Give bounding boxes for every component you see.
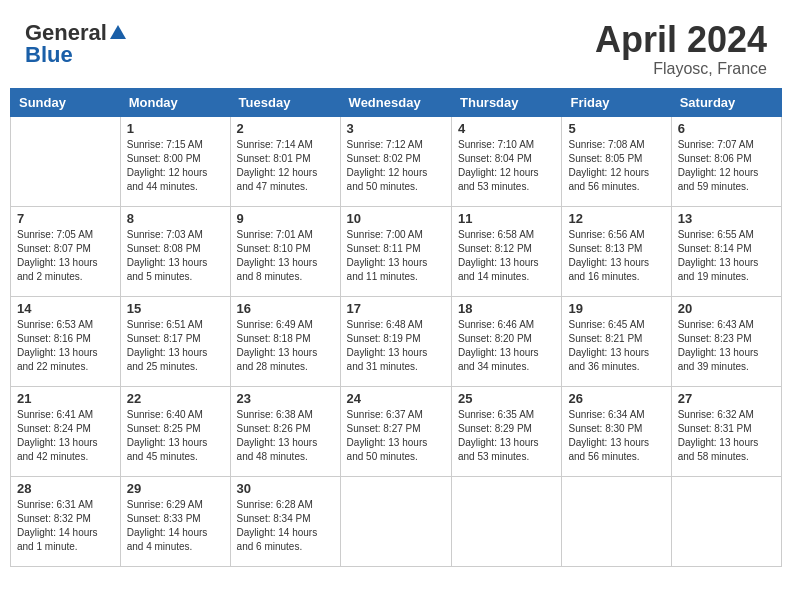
day-number: 24: [347, 391, 445, 406]
day-number: 8: [127, 211, 224, 226]
calendar-day-cell: 12Sunrise: 6:56 AM Sunset: 8:13 PM Dayli…: [562, 206, 671, 296]
calendar-day-cell: 29Sunrise: 6:29 AM Sunset: 8:33 PM Dayli…: [120, 476, 230, 566]
day-info: Sunrise: 7:07 AM Sunset: 8:06 PM Dayligh…: [678, 138, 775, 194]
calendar-day-cell: 18Sunrise: 6:46 AM Sunset: 8:20 PM Dayli…: [452, 296, 562, 386]
svg-marker-0: [110, 25, 126, 39]
day-number: 29: [127, 481, 224, 496]
calendar-day-cell: [671, 476, 781, 566]
calendar-day-cell: 15Sunrise: 6:51 AM Sunset: 8:17 PM Dayli…: [120, 296, 230, 386]
calendar-day-cell: 23Sunrise: 6:38 AM Sunset: 8:26 PM Dayli…: [230, 386, 340, 476]
calendar-day-cell: 20Sunrise: 6:43 AM Sunset: 8:23 PM Dayli…: [671, 296, 781, 386]
calendar-day-cell: 4Sunrise: 7:10 AM Sunset: 8:04 PM Daylig…: [452, 116, 562, 206]
calendar-week-row: 21Sunrise: 6:41 AM Sunset: 8:24 PM Dayli…: [11, 386, 782, 476]
calendar-day-cell: 22Sunrise: 6:40 AM Sunset: 8:25 PM Dayli…: [120, 386, 230, 476]
day-info: Sunrise: 6:31 AM Sunset: 8:32 PM Dayligh…: [17, 498, 114, 554]
day-number: 23: [237, 391, 334, 406]
page-header: General Blue April 2024 Flayosc, France: [10, 10, 782, 83]
logo-triangle-icon: [109, 23, 127, 41]
day-info: Sunrise: 6:28 AM Sunset: 8:34 PM Dayligh…: [237, 498, 334, 554]
day-info: Sunrise: 6:49 AM Sunset: 8:18 PM Dayligh…: [237, 318, 334, 374]
day-number: 1: [127, 121, 224, 136]
calendar-weekday-header: Thursday: [452, 88, 562, 116]
day-number: 12: [568, 211, 664, 226]
calendar-table: SundayMondayTuesdayWednesdayThursdayFrid…: [10, 88, 782, 567]
day-number: 21: [17, 391, 114, 406]
calendar-day-cell: 24Sunrise: 6:37 AM Sunset: 8:27 PM Dayli…: [340, 386, 451, 476]
logo-blue-text: Blue: [25, 42, 73, 68]
day-number: 5: [568, 121, 664, 136]
day-info: Sunrise: 7:12 AM Sunset: 8:02 PM Dayligh…: [347, 138, 445, 194]
day-number: 19: [568, 301, 664, 316]
calendar-day-cell: 17Sunrise: 6:48 AM Sunset: 8:19 PM Dayli…: [340, 296, 451, 386]
day-number: 2: [237, 121, 334, 136]
day-number: 11: [458, 211, 555, 226]
location-subtitle: Flayosc, France: [595, 60, 767, 78]
day-number: 13: [678, 211, 775, 226]
calendar-day-cell: 27Sunrise: 6:32 AM Sunset: 8:31 PM Dayli…: [671, 386, 781, 476]
calendar-day-cell: 2Sunrise: 7:14 AM Sunset: 8:01 PM Daylig…: [230, 116, 340, 206]
day-number: 30: [237, 481, 334, 496]
day-info: Sunrise: 7:14 AM Sunset: 8:01 PM Dayligh…: [237, 138, 334, 194]
day-number: 17: [347, 301, 445, 316]
day-number: 20: [678, 301, 775, 316]
title-section: April 2024 Flayosc, France: [595, 20, 767, 78]
calendar-day-cell: 16Sunrise: 6:49 AM Sunset: 8:18 PM Dayli…: [230, 296, 340, 386]
day-info: Sunrise: 6:43 AM Sunset: 8:23 PM Dayligh…: [678, 318, 775, 374]
calendar-week-row: 28Sunrise: 6:31 AM Sunset: 8:32 PM Dayli…: [11, 476, 782, 566]
calendar-day-cell: 5Sunrise: 7:08 AM Sunset: 8:05 PM Daylig…: [562, 116, 671, 206]
day-info: Sunrise: 6:38 AM Sunset: 8:26 PM Dayligh…: [237, 408, 334, 464]
calendar-day-cell: 6Sunrise: 7:07 AM Sunset: 8:06 PM Daylig…: [671, 116, 781, 206]
day-info: Sunrise: 6:46 AM Sunset: 8:20 PM Dayligh…: [458, 318, 555, 374]
logo: General Blue: [25, 20, 127, 68]
day-info: Sunrise: 6:29 AM Sunset: 8:33 PM Dayligh…: [127, 498, 224, 554]
calendar-week-row: 14Sunrise: 6:53 AM Sunset: 8:16 PM Dayli…: [11, 296, 782, 386]
day-info: Sunrise: 6:53 AM Sunset: 8:16 PM Dayligh…: [17, 318, 114, 374]
day-number: 22: [127, 391, 224, 406]
day-info: Sunrise: 6:34 AM Sunset: 8:30 PM Dayligh…: [568, 408, 664, 464]
day-info: Sunrise: 7:08 AM Sunset: 8:05 PM Dayligh…: [568, 138, 664, 194]
day-info: Sunrise: 6:56 AM Sunset: 8:13 PM Dayligh…: [568, 228, 664, 284]
calendar-day-cell: 3Sunrise: 7:12 AM Sunset: 8:02 PM Daylig…: [340, 116, 451, 206]
day-info: Sunrise: 6:58 AM Sunset: 8:12 PM Dayligh…: [458, 228, 555, 284]
calendar-day-cell: 8Sunrise: 7:03 AM Sunset: 8:08 PM Daylig…: [120, 206, 230, 296]
calendar-day-cell: [562, 476, 671, 566]
day-info: Sunrise: 6:55 AM Sunset: 8:14 PM Dayligh…: [678, 228, 775, 284]
day-number: 28: [17, 481, 114, 496]
calendar-header-row: SundayMondayTuesdayWednesdayThursdayFrid…: [11, 88, 782, 116]
day-number: 16: [237, 301, 334, 316]
calendar-day-cell: 14Sunrise: 6:53 AM Sunset: 8:16 PM Dayli…: [11, 296, 121, 386]
calendar-weekday-header: Sunday: [11, 88, 121, 116]
day-number: 14: [17, 301, 114, 316]
calendar-week-row: 1Sunrise: 7:15 AM Sunset: 8:00 PM Daylig…: [11, 116, 782, 206]
calendar-week-row: 7Sunrise: 7:05 AM Sunset: 8:07 PM Daylig…: [11, 206, 782, 296]
day-info: Sunrise: 6:35 AM Sunset: 8:29 PM Dayligh…: [458, 408, 555, 464]
day-info: Sunrise: 7:05 AM Sunset: 8:07 PM Dayligh…: [17, 228, 114, 284]
day-info: Sunrise: 6:40 AM Sunset: 8:25 PM Dayligh…: [127, 408, 224, 464]
day-number: 26: [568, 391, 664, 406]
calendar-day-cell: 9Sunrise: 7:01 AM Sunset: 8:10 PM Daylig…: [230, 206, 340, 296]
day-number: 27: [678, 391, 775, 406]
calendar-day-cell: 13Sunrise: 6:55 AM Sunset: 8:14 PM Dayli…: [671, 206, 781, 296]
calendar-day-cell: 19Sunrise: 6:45 AM Sunset: 8:21 PM Dayli…: [562, 296, 671, 386]
day-number: 9: [237, 211, 334, 226]
day-info: Sunrise: 7:03 AM Sunset: 8:08 PM Dayligh…: [127, 228, 224, 284]
day-info: Sunrise: 6:32 AM Sunset: 8:31 PM Dayligh…: [678, 408, 775, 464]
day-info: Sunrise: 7:01 AM Sunset: 8:10 PM Dayligh…: [237, 228, 334, 284]
day-info: Sunrise: 6:37 AM Sunset: 8:27 PM Dayligh…: [347, 408, 445, 464]
calendar-weekday-header: Tuesday: [230, 88, 340, 116]
calendar-day-cell: 21Sunrise: 6:41 AM Sunset: 8:24 PM Dayli…: [11, 386, 121, 476]
day-info: Sunrise: 7:15 AM Sunset: 8:00 PM Dayligh…: [127, 138, 224, 194]
day-number: 4: [458, 121, 555, 136]
calendar-day-cell: [11, 116, 121, 206]
calendar-weekday-header: Wednesday: [340, 88, 451, 116]
day-info: Sunrise: 6:48 AM Sunset: 8:19 PM Dayligh…: [347, 318, 445, 374]
day-info: Sunrise: 7:00 AM Sunset: 8:11 PM Dayligh…: [347, 228, 445, 284]
day-info: Sunrise: 6:51 AM Sunset: 8:17 PM Dayligh…: [127, 318, 224, 374]
day-info: Sunrise: 6:41 AM Sunset: 8:24 PM Dayligh…: [17, 408, 114, 464]
day-number: 18: [458, 301, 555, 316]
calendar-day-cell: 11Sunrise: 6:58 AM Sunset: 8:12 PM Dayli…: [452, 206, 562, 296]
calendar-weekday-header: Monday: [120, 88, 230, 116]
calendar-day-cell: 26Sunrise: 6:34 AM Sunset: 8:30 PM Dayli…: [562, 386, 671, 476]
calendar-weekday-header: Friday: [562, 88, 671, 116]
day-number: 3: [347, 121, 445, 136]
